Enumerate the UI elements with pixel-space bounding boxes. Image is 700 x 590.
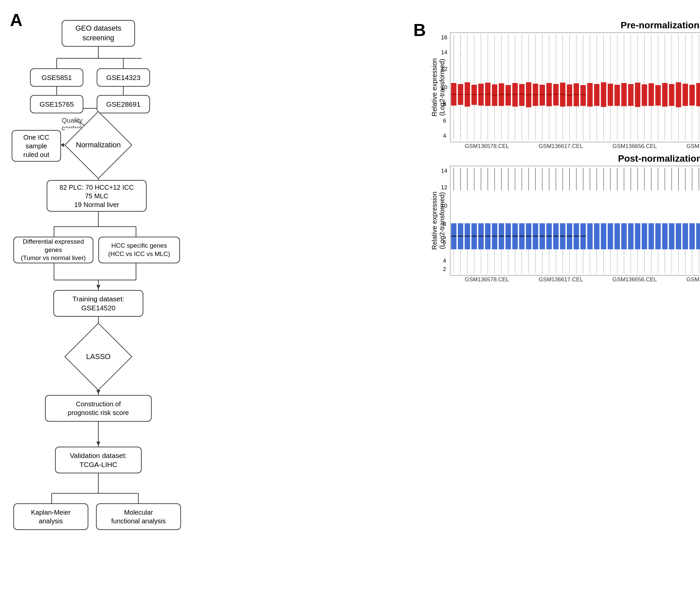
post-norm-x-label-3: GSM136656.CEL (613, 276, 657, 283)
svg-rect-307 (587, 223, 593, 249)
deg-box: Differential expressed genes(Tumor vs no… (13, 237, 93, 263)
svg-rect-309 (601, 223, 606, 249)
svg-point-208 (453, 77, 454, 78)
pre-norm-title: Pre-normalization (427, 20, 700, 31)
geo-datasets-box: GEO datasetsscreening (62, 20, 135, 47)
svg-rect-322 (689, 223, 695, 249)
svg-rect-312 (621, 223, 627, 249)
svg-rect-319 (669, 223, 674, 249)
svg-rect-144 (628, 84, 633, 106)
svg-rect-308 (594, 223, 599, 249)
svg-point-212 (460, 65, 461, 66)
svg-point-205 (453, 51, 454, 52)
post-norm-x-label-4: GSM395657.CEL (686, 276, 700, 283)
svg-point-210 (460, 46, 461, 47)
svg-rect-153 (689, 85, 695, 105)
svg-point-204 (453, 43, 454, 44)
svg-rect-152 (683, 84, 688, 106)
svg-rect-317 (655, 223, 661, 249)
post-norm-x-label-1: GSM136578.CEL (465, 276, 509, 283)
svg-rect-310 (608, 223, 613, 249)
molecular-box: Molecularfunctional analysis (96, 503, 181, 530)
svg-rect-154 (696, 83, 700, 106)
pre-norm-chart: Pre-normalization Relative expression(Lo… (427, 20, 700, 150)
panel-b-label: B (413, 20, 426, 40)
svg-rect-137 (580, 85, 586, 106)
svg-rect-150 (669, 84, 674, 106)
svg-rect-147 (649, 83, 654, 106)
pre-norm-x-label-3: GSM136656.CEL (613, 143, 657, 150)
gse5851-box: GSE5851 (30, 68, 83, 87)
svg-rect-313 (628, 223, 633, 249)
svg-point-217 (460, 121, 461, 122)
svg-point-215 (453, 129, 454, 130)
svg-rect-133 (553, 84, 559, 106)
svg-point-214 (453, 122, 454, 123)
pre-norm-x-label-1: GSM136578.CEL (465, 143, 509, 150)
post-norm-x-label-2: GSM136617.CEL (539, 276, 583, 283)
panel-a: A (10, 10, 197, 577)
post-norm-chart: Post-normalization Relative expression(L… (427, 153, 700, 283)
svg-rect-128 (519, 84, 524, 106)
validation-box: Validation dataset:TCGA-LIHC (55, 447, 142, 473)
normalization-diamond: Normalization (65, 128, 132, 162)
svg-rect-148 (655, 85, 661, 105)
svg-rect-143 (621, 83, 627, 106)
svg-marker-30 (96, 442, 100, 446)
svg-marker-24 (96, 285, 100, 289)
samples-box: 82 PLC: 70 HCC+12 ICC75 MLC19 Normal liv… (47, 180, 147, 212)
svg-rect-318 (662, 223, 667, 249)
svg-rect-316 (649, 223, 654, 249)
svg-point-203 (453, 37, 454, 38)
gse15765-box: GSE15765 (30, 95, 83, 113)
svg-point-207 (453, 70, 454, 71)
svg-point-216 (453, 136, 454, 137)
svg-rect-314 (635, 223, 640, 249)
svg-rect-311 (614, 223, 620, 249)
svg-marker-11 (61, 143, 64, 147)
hcc-specific-box: HCC specific genes(HCC vs ICC vs MLC) (98, 237, 180, 263)
flowchart: GEO datasetsscreening GSE5851 GSE14323 G… (10, 10, 197, 577)
svg-rect-321 (683, 223, 688, 249)
svg-point-209 (460, 36, 461, 37)
training-box: Training dataset:GSE14520 (53, 290, 143, 317)
panel-c: C HCC vs Normal 1103 1640 2730 797 2963 … (207, 300, 687, 580)
icc-ruled-out-box: One ICCsampleruled out (12, 130, 61, 162)
svg-rect-142 (614, 85, 620, 106)
svg-rect-145 (635, 83, 640, 107)
svg-rect-149 (662, 83, 667, 107)
svg-point-219 (460, 135, 461, 136)
gse14323-box: GSE14323 (97, 68, 150, 87)
post-norm-title: Post-normalization (427, 153, 700, 164)
svg-point-206 (453, 60, 454, 61)
svg-rect-131 (540, 85, 545, 105)
post-norm-chart-svg (450, 166, 700, 275)
pre-norm-x-label-4: GSM395657.CEL (686, 143, 700, 150)
svg-rect-320 (676, 223, 681, 249)
panel-b: B Pre-normalization Relative expression(… (207, 10, 687, 297)
svg-rect-138 (587, 83, 593, 107)
svg-rect-323 (696, 223, 700, 249)
svg-point-211 (460, 55, 461, 56)
gse28691-box: GSE28691 (97, 95, 150, 113)
kaplan-meier-box: Kaplan-Meieranalysis (13, 503, 88, 530)
svg-rect-146 (642, 84, 647, 106)
svg-rect-126 (505, 85, 511, 105)
svg-rect-139 (594, 84, 599, 106)
pre-norm-x-label-2: GSM136617.CEL (539, 143, 583, 150)
svg-point-218 (460, 128, 461, 129)
svg-point-213 (460, 74, 461, 75)
svg-rect-141 (608, 84, 613, 106)
pre-norm-chart-svg (450, 33, 700, 142)
svg-rect-151 (676, 82, 681, 107)
svg-rect-315 (642, 223, 647, 249)
lasso-diamond: LASSO (65, 340, 132, 373)
svg-rect-140 (601, 82, 606, 107)
risk-score-box: Construction ofprognostic risk score (45, 395, 152, 422)
